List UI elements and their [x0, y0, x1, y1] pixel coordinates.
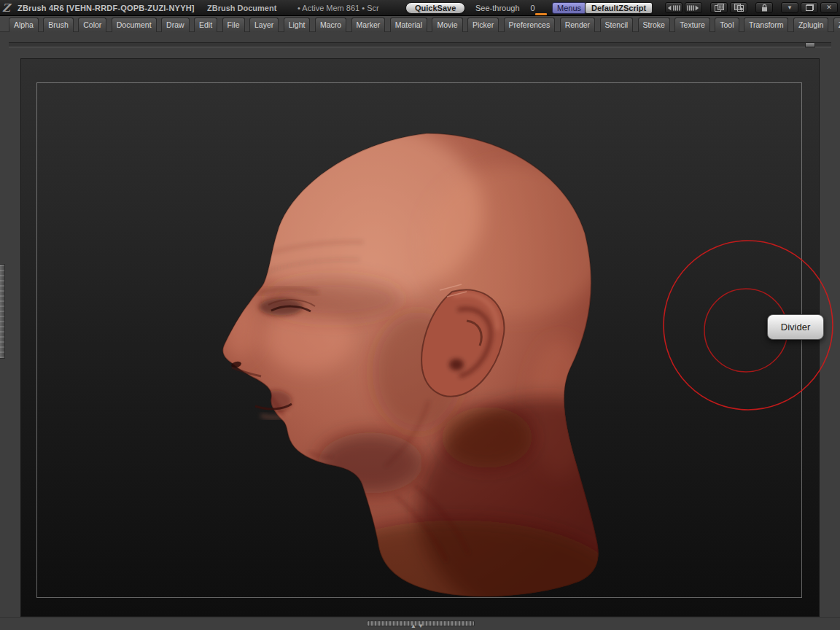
menu-item-stroke[interactable]: Stroke	[638, 18, 670, 32]
tooltip-text: Divider	[781, 322, 810, 332]
menu-item-edit[interactable]: Edit	[194, 18, 217, 32]
document-title: ZBrush Document	[207, 0, 276, 16]
menu-item-texture[interactable]: Texture	[674, 18, 709, 32]
paste-canvas-button[interactable]	[730, 2, 747, 13]
quicksave-button[interactable]: QuickSave	[405, 2, 465, 14]
menu-item-stencil[interactable]: Stencil	[600, 18, 634, 32]
menu-item-tool[interactable]: Tool	[715, 18, 739, 32]
lock-icon	[761, 4, 769, 12]
memory-status-text: • Active Mem 861 • Scr	[298, 0, 379, 16]
menu-item-file[interactable]: File	[222, 18, 245, 32]
menu-item-light[interactable]: Light	[284, 18, 311, 32]
bottombar: ▲▼	[0, 617, 840, 630]
menus-toggle-button[interactable]: Menus	[552, 2, 586, 14]
top-scroll-strip	[0, 32, 840, 58]
minimize-button[interactable]: ▾	[781, 2, 798, 13]
scrub-right-button[interactable]	[685, 2, 702, 13]
close-button[interactable]: ✕	[820, 2, 838, 13]
menu-item-marker[interactable]: Marker	[351, 18, 386, 32]
default-zscript-button[interactable]: DefaultZScript	[585, 2, 653, 14]
menu-item-alpha[interactable]: Alpha	[9, 18, 39, 32]
app-title: ZBrush 4R6 [VEHN-RRDF-QOPB-ZUZI-NYYH]	[18, 0, 195, 16]
horizontal-groove-handle[interactable]	[805, 42, 815, 47]
menu-item-preferences[interactable]: Preferences	[504, 18, 556, 32]
menu-item-layer[interactable]: Layer	[249, 18, 279, 32]
menu-item-render[interactable]: Render	[560, 18, 595, 32]
sculpt-head-model[interactable]	[20, 58, 820, 617]
restore-button[interactable]	[801, 2, 818, 13]
menu-item-document[interactable]: Document	[112, 18, 157, 32]
left-tray-handle[interactable]	[0, 264, 5, 359]
restore-windows-icon	[806, 4, 814, 11]
menu-item-zscript[interactable]: Zscript	[833, 18, 840, 32]
menu-item-material[interactable]: Material	[390, 18, 427, 32]
copy-canvas-button[interactable]	[710, 2, 728, 13]
titlebar: Z ZBrush 4R6 [VEHN-RRDF-QOPB-ZUZI-NYYH] …	[0, 0, 840, 16]
scrub-left-icon	[667, 4, 680, 12]
copy-document-icon	[715, 4, 724, 12]
see-through-value: 0	[531, 4, 535, 12]
lock-button[interactable]	[755, 2, 773, 13]
menu-item-transform[interactable]: Transform	[744, 18, 788, 32]
zbrush-logo-icon: Z	[2, 1, 10, 15]
menubar: Alpha Brush Color Document Draw Edit Fil…	[0, 16, 840, 32]
see-through-label: See-through	[475, 4, 520, 12]
scroll-up-icon[interactable]: ▲	[411, 623, 418, 629]
menu-item-movie[interactable]: Movie	[432, 18, 462, 32]
menu-item-zplugin[interactable]: Zplugin	[793, 18, 828, 32]
menu-item-brush[interactable]: Brush	[43, 18, 73, 32]
scrub-left-button[interactable]	[665, 2, 682, 13]
menu-item-draw[interactable]: Draw	[161, 18, 190, 32]
workspace: Divider	[0, 58, 840, 617]
menu-item-color[interactable]: Color	[78, 18, 106, 32]
document-canvas[interactable]	[20, 58, 820, 617]
paste-document-icon	[734, 4, 744, 12]
scroll-down-icon[interactable]: ▼	[418, 623, 425, 629]
scroll-arrows[interactable]: ▲▼	[411, 623, 425, 629]
horizontal-groove	[9, 42, 831, 47]
menu-item-picker[interactable]: Picker	[467, 18, 499, 32]
scrub-right-icon	[687, 4, 700, 12]
tooltip: Divider	[767, 314, 824, 340]
titlebar-icon-cluster: ▾ ✕	[665, 0, 838, 15]
see-through-marker[interactable]	[535, 13, 547, 15]
zbrush-window: Z ZBrush 4R6 [VEHN-RRDF-QOPB-ZUZI-NYYH] …	[0, 0, 840, 630]
see-through-slider[interactable]: See-through 0	[475, 0, 535, 16]
menu-item-macro[interactable]: Macro	[315, 18, 346, 32]
